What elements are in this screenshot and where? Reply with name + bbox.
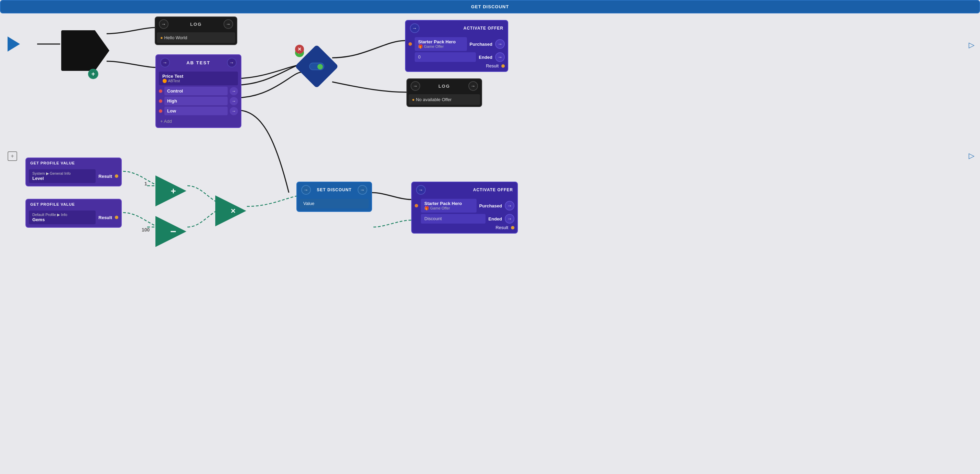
entry-triangle-top[interactable] xyxy=(8,37,20,52)
getprofile-node-2: GET PROFILE VALUE Default Profile ▶ Info… xyxy=(25,199,122,228)
multiply-triangle: × xyxy=(215,196,246,226)
activate-offer-node-1: → ACTIVATE OFFER Starter Pack Hero 🎁 Gam… xyxy=(405,20,508,72)
activate2-in-port[interactable]: → xyxy=(416,185,426,195)
activate1-title: ACTIVATE OFFER xyxy=(463,26,503,30)
abtest-variant-low: Low → xyxy=(159,107,238,115)
activate1-in-port[interactable]: → xyxy=(410,23,420,33)
router-add-button[interactable]: + xyxy=(88,69,99,79)
abtest-variant-high: High → xyxy=(159,97,238,105)
low-out-port[interactable]: → xyxy=(230,107,238,115)
activate1-purchased-port[interactable]: → xyxy=(495,39,505,49)
getprofile2-body: Default Profile ▶ Info Gems Result xyxy=(29,210,118,224)
toggle-switch[interactable] xyxy=(309,63,324,70)
setdiscount-in-port[interactable]: → xyxy=(301,185,311,195)
log1-title: LOG xyxy=(190,22,202,27)
setdiscount-title: SET DISCOUNT xyxy=(317,188,352,192)
log2-out-port[interactable]: → xyxy=(468,81,478,91)
setdiscount-out-port[interactable]: → xyxy=(358,185,367,195)
abtest-in-port[interactable]: → xyxy=(160,58,170,67)
router-node xyxy=(61,30,109,71)
activate1-ended-port[interactable]: → xyxy=(495,52,505,62)
control-out-port[interactable]: → xyxy=(230,87,238,95)
activate2-ended-port[interactable]: → xyxy=(505,214,514,224)
log2-body: ● No available Offer xyxy=(409,94,480,105)
toggle-inner[interactable] xyxy=(301,51,332,82)
abtest-title: AB TEST xyxy=(186,60,210,65)
activate1-value-row: 0 Ended → xyxy=(409,52,505,62)
high-out-port[interactable]: → xyxy=(230,97,238,105)
abtest-add-button[interactable]: + Add xyxy=(156,117,241,127)
activate2-result-row: Result xyxy=(415,225,514,230)
number-label-100: 100 xyxy=(142,227,150,232)
log1-in-port[interactable]: → xyxy=(159,19,169,29)
setdiscount-body: Value xyxy=(300,199,369,208)
log1-out-port[interactable]: → xyxy=(224,19,233,29)
right-side-expand-bottom[interactable]: ▷ xyxy=(969,151,975,160)
abtest-info: Price Test 🟠 ABTest xyxy=(159,72,238,85)
get-discount-node[interactable]: GET DISCOUNT xyxy=(0,0,980,13)
activate2-discount-row: Discount Ended → xyxy=(415,214,514,224)
minus-triangle: − xyxy=(156,216,186,247)
abtest-node: → AB TEST → Price Test 🟠 ABTest Control … xyxy=(156,54,242,128)
activate1-offer-row: Starter Pack Hero 🎁 Game Offer Purchased… xyxy=(409,37,505,51)
activate-offer-node-2: → ACTIVATE OFFER Starter Pack Hero 🎁 Gam… xyxy=(411,181,518,234)
activate2-purchased-port[interactable]: → xyxy=(505,201,514,210)
left-side-add[interactable]: + xyxy=(8,151,17,161)
log2-in-port[interactable]: → xyxy=(410,81,420,91)
abtest-out-port[interactable]: → xyxy=(227,58,237,67)
activate1-result-row: Result xyxy=(409,63,505,68)
log-node-2: → LOG → ● No available Offer xyxy=(406,78,482,107)
set-discount-node: → SET DISCOUNT → Value xyxy=(296,181,372,212)
getprofile-node-1: GET PROFILE VALUE System ▶ General Info … xyxy=(25,157,122,186)
getprofile1-title: GET PROFILE VALUE xyxy=(30,161,75,165)
activate2-offer-row: Starter Pack Hero 🎁 Game Offer Purchased… xyxy=(415,199,514,213)
plus-triangle: + xyxy=(156,175,186,207)
number-label-1: 1 xyxy=(145,181,147,186)
getprofile1-body: System ▶ General Info Level Result xyxy=(29,169,118,183)
right-side-expand-top[interactable]: ▷ xyxy=(969,41,975,49)
activate2-title: ACTIVATE OFFER xyxy=(473,188,513,192)
abtest-variant-control: Control → xyxy=(159,87,238,95)
getprofile2-title: GET PROFILE VALUE xyxy=(30,202,75,207)
log1-body: ● Hello World xyxy=(157,32,235,43)
log-node-1: → LOG → ● Hello World xyxy=(155,16,237,45)
toggle-false-indicator: ✕ xyxy=(295,45,304,54)
log2-title: LOG xyxy=(438,84,450,89)
